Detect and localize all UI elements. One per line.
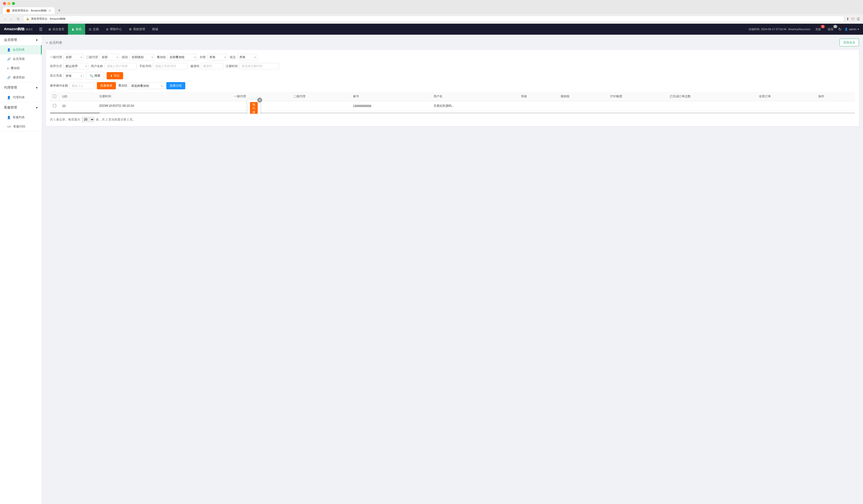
select-all-checkbox[interactable]: [53, 94, 56, 98]
td-action: [815, 101, 855, 111]
bulk-actions-row: 爆单侧冲金额 批量爆单 叠加组 请选择叠加组 批量分组: [50, 82, 855, 89]
action-preorder-button[interactable]: 预约爆单: [250, 102, 258, 114]
recharge-button[interactable]: 充值 3: [813, 26, 823, 32]
nav-label-dashboard: 后台首页: [52, 27, 64, 31]
td-regtime: 2023年10月07日 09:10:24: [96, 101, 231, 111]
bulk-amount-input[interactable]: [70, 82, 95, 89]
bulk-group-button[interactable]: 批量分组: [166, 82, 185, 89]
nav-item-transaction[interactable]: ⚖ 交易: [85, 24, 102, 35]
chevron-icon: ▾: [36, 38, 38, 42]
sidebar-section-customer-header[interactable]: 客服管理 ▾: [0, 102, 42, 113]
withdraw-button[interactable]: 提现 0: [826, 26, 835, 32]
invite-input[interactable]: [201, 63, 223, 69]
sort-label: 排序方式: [50, 64, 62, 68]
scrollbar-thumb[interactable]: [50, 112, 100, 114]
td-level: [518, 101, 558, 111]
nav-item-help[interactable]: ⊘ 帮助中心: [102, 24, 125, 35]
username-input[interactable]: [104, 63, 137, 69]
status-select[interactable]: 所有: [237, 54, 257, 60]
share-icon[interactable]: ⬆: [846, 17, 849, 21]
phone-input[interactable]: [153, 63, 188, 69]
th-completed-orders: 已完成订单总数: [667, 92, 756, 101]
th-regtime: 注册时间: [96, 92, 231, 101]
menu-icon[interactable]: ☰: [857, 17, 860, 21]
grade-select-wrapper: 全部级别: [129, 54, 154, 60]
filter-first-recharge: 首次充值 所有: [50, 73, 84, 79]
maximize-button[interactable]: [12, 2, 15, 5]
table-header-row: UID 注册时间 一级代理 二级代理 账号 用户名 等级 规则组 打针幅度 已完…: [50, 92, 855, 101]
row-checkbox[interactable]: [53, 104, 56, 107]
bulk-bomb-button[interactable]: 批量爆单: [97, 82, 116, 89]
sidebar-item-invite-reward[interactable]: 🔗 邀请奖励: [0, 73, 42, 82]
sidebar-item-customer-list[interactable]: 👤 客服列表: [0, 113, 42, 122]
th-username: 用户名: [430, 92, 518, 101]
close-button[interactable]: [3, 2, 6, 5]
filter-row-3: 首次充值 所有 🔍 搜索 ⬇ 导出: [50, 72, 855, 80]
level2-select[interactable]: 全部: [99, 54, 120, 60]
popup-close-button[interactable]: ✕: [257, 98, 262, 103]
sidebar-item-member-list[interactable]: 👤 会员列表: [0, 45, 42, 54]
stack-label: 叠加组: [157, 55, 166, 60]
sidebar-item-member-level[interactable]: 🔗 会员等级: [0, 54, 42, 64]
add-member-button[interactable]: 添加会员: [839, 39, 859, 47]
main-content: » 会员列表 添加会员 一级代理 全部 二级代理: [42, 35, 863, 504]
bulk-stack-select[interactable]: 请选择叠加组: [129, 82, 164, 89]
help-icon: ⊘: [106, 27, 109, 31]
sidebar-item-customer-code[interactable]: </> 客服代码: [0, 122, 42, 131]
nav-item-system[interactable]: ⚙ 系统管理: [125, 24, 149, 35]
search-icon: 🔍: [90, 74, 93, 78]
td-completed-orders: [667, 101, 756, 111]
action-popup: ✕ 预约爆单 做单 等级 杂账 编辑 银行卡信息 地址信息 查看团队 账变 禁用…: [247, 99, 261, 114]
sidebar-section-member: 会员管理 ▾ 👤 会员列表 🔗 会员等级 ≡ 叠加组 🔗 邀请奖励: [0, 35, 42, 82]
first-recharge-label: 首次充值: [50, 74, 62, 78]
sidebar-section-agent-header[interactable]: 代理管理 ▾: [0, 82, 42, 93]
new-tab-button[interactable]: +: [56, 7, 63, 14]
sort-select[interactable]: 默认排序: [63, 63, 88, 69]
ban-select[interactable]: 所有: [207, 54, 227, 60]
bulk-amount-item: 爆单侧冲金额: [50, 82, 95, 89]
customer-list-icon: 👤: [7, 116, 11, 119]
level1-select[interactable]: 全部: [63, 54, 84, 60]
nav-item-role[interactable]: ♟ 角色: [68, 24, 85, 35]
export-button[interactable]: ⬇ 导出: [107, 72, 123, 79]
sidebar-section-member-header[interactable]: 会员管理 ▾: [0, 35, 42, 45]
pagination-suffix: 条，共 1 页当前显示第 1 页。: [96, 117, 136, 122]
shield-icon[interactable]: 🛡: [851, 17, 855, 21]
nav-item-mall[interactable]: 商城: [149, 24, 162, 35]
grade-label: 级别: [122, 55, 128, 60]
regtime-input[interactable]: [239, 63, 279, 69]
search-button[interactable]: 🔍 搜索: [86, 72, 104, 80]
nav-forward-button[interactable]: ›: [9, 16, 13, 22]
agent-list-icon: 👤: [7, 96, 11, 99]
sidebar-item-stack-group[interactable]: ≡ 叠加组: [0, 64, 42, 73]
first-recharge-select[interactable]: 所有: [63, 73, 84, 79]
grade-select[interactable]: 全部级别: [129, 54, 154, 60]
address-bar[interactable]: 🔒 系统管理后台 · Amazon购物: [23, 16, 844, 22]
page-title: 会员列表: [49, 40, 62, 45]
filter-ban: 封禁 所有: [200, 54, 227, 60]
browser-tab-active[interactable]: 系统管理后台 · Amazon购物 ✕: [3, 7, 55, 14]
th-checkbox: [50, 92, 59, 101]
breadcrumb: » 会员列表 添加会员: [46, 39, 859, 47]
filter-username: 用户名称: [91, 63, 137, 69]
td-account: 18888888888: [350, 101, 430, 111]
minimize-button[interactable]: [8, 2, 11, 5]
status-select-wrapper: 所有: [237, 54, 257, 60]
nav-back-button[interactable]: ‹: [3, 16, 7, 22]
nav-reload-button[interactable]: ↻: [15, 16, 21, 22]
sidebar-section-customer: 客服管理 ▾ 👤 客服列表 </> 客服代码: [0, 102, 42, 131]
refresh-button[interactable]: ↻: [838, 27, 841, 32]
th-uid: UID: [59, 92, 96, 101]
filter-invite: 邀请码: [190, 63, 223, 69]
admin-menu[interactable]: 👤 admin ▾: [845, 28, 859, 31]
page-size-select[interactable]: 20 50 100: [82, 117, 95, 122]
stack-select[interactable]: 全部叠加组: [167, 54, 197, 60]
header-menu-toggle[interactable]: ☰: [36, 24, 45, 35]
sidebar-section-agent: 代理管理 ▾ 👤 代理列表: [0, 82, 42, 102]
nav-label-system: 系统管理: [133, 27, 145, 31]
horizontal-scrollbar[interactable]: [50, 112, 855, 114]
nav-item-dashboard[interactable]: ⊞ 后台首页: [45, 24, 68, 35]
sidebar-item-agent-list[interactable]: 👤 代理列表: [0, 93, 42, 102]
member-table: UID 注册时间 一级代理 二级代理 账号 用户名 等级 规则组 打针幅度 已完…: [50, 92, 855, 111]
tab-close-icon[interactable]: ✕: [48, 9, 51, 12]
